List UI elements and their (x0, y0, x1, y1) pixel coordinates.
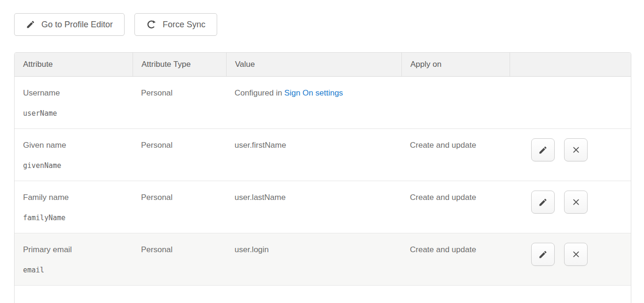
table-header: Attribute Attribute Type Value Apply on (15, 53, 631, 77)
cell-value: user.firstName (226, 129, 401, 181)
toolbar: Go to Profile Editor Force Sync (14, 13, 644, 36)
cell-value: Configured in Sign On settings (226, 77, 401, 128)
attribute-mappings-table: Attribute Attribute Type Value Apply on … (14, 52, 631, 303)
cell-apply-on (401, 77, 510, 128)
sign-on-settings-link[interactable]: Sign On settings (284, 88, 343, 97)
force-sync-button[interactable]: Force Sync (134, 13, 217, 36)
attribute-label: Family name (23, 193, 124, 202)
cell-actions (510, 77, 631, 128)
cell-attribute-type: Personal (133, 129, 226, 181)
cell-attribute: Primary email email (15, 233, 133, 285)
attribute-label: Given name (23, 141, 124, 150)
delete-attribute-button[interactable] (564, 243, 588, 266)
table-row-given-name: Given name givenName Personal user.first… (15, 129, 631, 181)
attribute-label: Username (23, 88, 124, 98)
cell-attribute: Given name givenName (15, 129, 133, 181)
cell-attribute-type: Personal (133, 77, 226, 128)
header-value: Value (226, 53, 401, 76)
delete-attribute-button[interactable] (564, 191, 588, 214)
cell-value: user.lastName (226, 181, 401, 233)
value-text: Configured in (235, 88, 282, 97)
table-row-primary-email: Primary email email Personal user.login … (15, 233, 631, 286)
edit-attribute-button[interactable] (531, 191, 555, 214)
attribute-variable: userName (23, 109, 124, 118)
header-attribute-type: Attribute Type (133, 53, 226, 76)
cell-attribute-type: Personal (133, 233, 226, 285)
edit-attribute-button[interactable] (531, 243, 555, 266)
close-icon (572, 145, 581, 154)
edit-attribute-button[interactable] (531, 138, 555, 161)
cell-value: user.login (226, 233, 401, 285)
table-row-family-name: Family name familyName Personal user.las… (15, 181, 631, 233)
pencil-icon (538, 250, 548, 259)
go-to-profile-editor-button[interactable]: Go to Profile Editor (14, 13, 125, 36)
cell-apply-on: Create and update (401, 129, 510, 181)
attribute-variable: familyName (23, 214, 124, 222)
page: Go to Profile Editor Force Sync Attribut… (0, 0, 644, 303)
pencil-icon (26, 20, 35, 29)
attribute-label: Primary email (23, 245, 124, 255)
close-icon (572, 250, 581, 259)
cell-attribute: Family name familyName (15, 181, 133, 233)
attribute-variable: email (23, 266, 124, 274)
close-icon (572, 198, 581, 207)
header-attribute: Attribute (15, 53, 133, 76)
pencil-icon (538, 198, 548, 207)
table-row-partial (15, 286, 631, 303)
header-actions (510, 53, 631, 76)
cell-apply-on: Create and update (401, 181, 510, 233)
cell-actions (510, 181, 631, 233)
go-to-profile-editor-label: Go to Profile Editor (41, 20, 113, 30)
cell-actions (510, 129, 631, 181)
force-sync-label: Force Sync (163, 20, 205, 30)
table-row-username: Username userName Personal Configured in… (15, 77, 631, 129)
refresh-icon (146, 19, 157, 30)
delete-attribute-button[interactable] (564, 138, 588, 161)
attribute-variable: givenName (23, 161, 124, 170)
cell-attribute: Username userName (15, 77, 133, 128)
pencil-icon (538, 145, 548, 155)
cell-apply-on: Create and update (401, 233, 510, 285)
cell-actions (510, 233, 631, 285)
header-apply-on: Apply on (401, 53, 510, 76)
cell-attribute-type: Personal (133, 181, 226, 233)
